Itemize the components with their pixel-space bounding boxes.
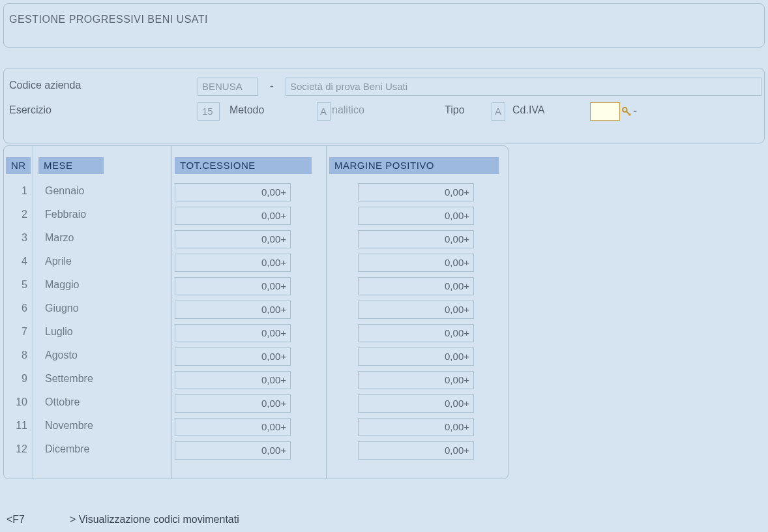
- page-title: GESTIONE PROGRESSIVI BENI USATI: [9, 14, 759, 25]
- grid-nr: 11: [7, 420, 27, 432]
- grid-tot-cessione[interactable]: 0,00+: [175, 230, 291, 248]
- grid-nr: 3: [7, 232, 27, 244]
- grid-month: Marzo: [45, 232, 74, 244]
- input-cdiva[interactable]: [590, 102, 620, 121]
- grid-month: Gennaio: [45, 185, 85, 197]
- grid-tot-cessione[interactable]: 0,00+: [175, 301, 291, 319]
- grid-nr: 4: [7, 256, 27, 267]
- grid-month: Agosto: [45, 349, 78, 361]
- grid-panel: NR MESE TOT.CESSIONE MARGINE POSITIVO 1G…: [3, 145, 509, 479]
- lookup-key-icon[interactable]: [621, 106, 632, 117]
- grid-month: Luglio: [45, 326, 73, 338]
- grid-margine-positivo[interactable]: 0,00+: [358, 301, 474, 319]
- grid-margine-positivo[interactable]: 0,00+: [358, 230, 474, 248]
- grid-tot-cessione[interactable]: 0,00+: [175, 371, 291, 389]
- grid-month: Giugno: [45, 303, 79, 314]
- grid-tot-cessione[interactable]: 0,00+: [175, 347, 291, 366]
- grid-margine-positivo[interactable]: 0,00+: [358, 371, 474, 389]
- label-codice-azienda: Codice azienda: [9, 80, 81, 91]
- footer-text: > Visualizzazione codici movimentati: [70, 514, 239, 525]
- grid-month: Ottobre: [45, 396, 80, 408]
- grid-nr: 12: [7, 443, 27, 455]
- grid-margine-positivo[interactable]: 0,00+: [358, 183, 474, 201]
- grid-nr: 1: [7, 185, 27, 197]
- dash-azienda: -: [270, 80, 274, 93]
- grid-tot-cessione[interactable]: 0,00+: [175, 254, 291, 272]
- grid-nr: 6: [7, 303, 27, 314]
- grid-margine-positivo[interactable]: 0,00+: [358, 324, 474, 342]
- grid-nr: 2: [7, 209, 27, 220]
- grid-tot-cessione[interactable]: 0,00+: [175, 207, 291, 225]
- grid-margine-positivo[interactable]: 0,00+: [358, 254, 474, 272]
- grid-tot-cessione[interactable]: 0,00+: [175, 183, 291, 201]
- dash-cdiva: -: [633, 104, 637, 118]
- grid-tot-cessione[interactable]: 0,00+: [175, 277, 291, 295]
- label-cdiva: Cd.IVA: [512, 104, 545, 116]
- field-esercizio: 15: [198, 102, 220, 121]
- grid-tot-cessione[interactable]: 0,00+: [175, 418, 291, 436]
- grid-nr: 8: [7, 349, 27, 361]
- grid-margine-positivo[interactable]: 0,00+: [358, 347, 474, 366]
- title-panel: GESTIONE PROGRESSIVI BENI USATI: [3, 3, 765, 48]
- grid-month: Novembre: [45, 420, 93, 432]
- grid-margine-positivo[interactable]: 0,00+: [358, 441, 474, 460]
- grid-margine-positivo[interactable]: 0,00+: [358, 418, 474, 436]
- grid-header-marg: MARGINE POSITIVO: [329, 157, 499, 174]
- label-metodo: Metodo: [229, 104, 264, 116]
- label-metodo-desc: nalitico: [332, 104, 364, 116]
- grid-header-tot: TOT.CESSIONE: [175, 157, 312, 174]
- grid-margine-positivo[interactable]: 0,00+: [358, 207, 474, 225]
- label-tipo: Tipo: [445, 104, 465, 116]
- grid-nr: 10: [7, 396, 27, 408]
- header-panel: Codice azienda BENUSA - Società di prova…: [3, 68, 765, 143]
- grid-nr: 5: [7, 279, 27, 291]
- footer-hint: <F7 > Visualizzazione codici movimentati: [7, 514, 239, 525]
- label-esercizio: Esercizio: [9, 104, 52, 116]
- field-azienda-code: BENUSA: [198, 78, 258, 96]
- field-azienda-desc: Società di prova Beni Usati: [286, 78, 761, 96]
- grid-header-nr: NR: [6, 157, 31, 174]
- grid-month: Dicembre: [45, 443, 89, 455]
- field-metodo-code: A: [317, 102, 331, 121]
- grid-nr: 9: [7, 373, 27, 385]
- grid-nr: 7: [7, 326, 27, 338]
- grid-month: Febbraio: [45, 209, 86, 220]
- grid-margine-positivo[interactable]: 0,00+: [358, 277, 474, 295]
- grid-tot-cessione[interactable]: 0,00+: [175, 324, 291, 342]
- grid-month: Aprile: [45, 256, 72, 267]
- grid-header-mese: MESE: [38, 157, 104, 174]
- footer-key: <F7: [7, 514, 25, 525]
- grid-margine-positivo[interactable]: 0,00+: [358, 394, 474, 413]
- grid-tot-cessione[interactable]: 0,00+: [175, 441, 291, 460]
- grid-tot-cessione[interactable]: 0,00+: [175, 394, 291, 413]
- grid-month: Settembre: [45, 373, 93, 385]
- grid-month: Maggio: [45, 279, 79, 291]
- svg-point-0: [623, 108, 627, 112]
- field-tipo: A: [492, 102, 505, 121]
